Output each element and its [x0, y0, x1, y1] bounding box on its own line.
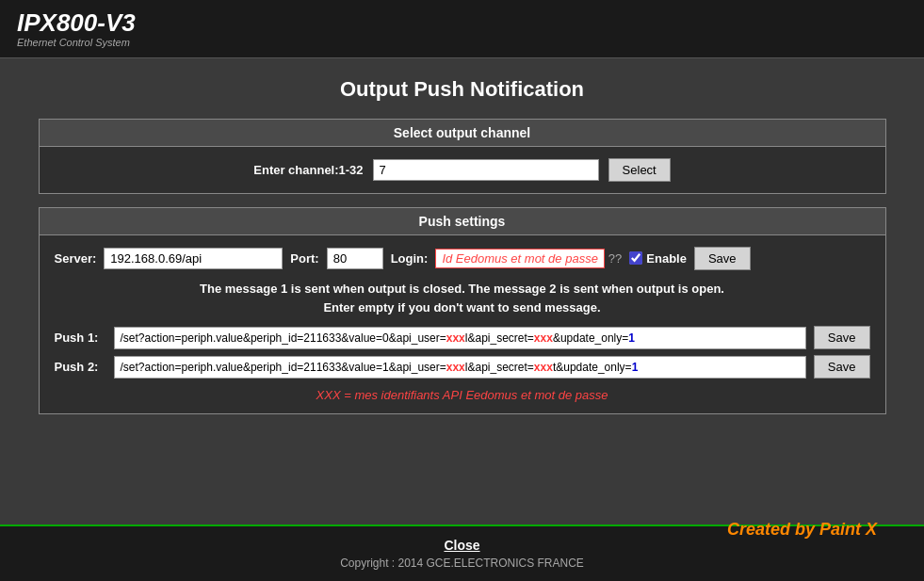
- enable-label[interactable]: Enable: [629, 251, 687, 266]
- enable-checkbox[interactable]: [629, 251, 642, 265]
- push1-input[interactable]: /set?action=periph.value&periph_id=21163…: [114, 327, 806, 349]
- enable-text: Enable: [646, 251, 687, 266]
- footer-credit: Created by Paint X: [727, 520, 877, 540]
- header: IPX800-V3 Ethernet Control System: [0, 0, 924, 58]
- app-title: IPX800-V3: [17, 9, 907, 37]
- push2-xxx2: xxx: [534, 361, 553, 374]
- footer: Close Created by Paint X Copyright : 201…: [0, 525, 924, 581]
- xxx-note: XXX = mes identifiants API Eedomus et mo…: [55, 388, 870, 402]
- info-line2: Enter empty if you don't want to send me…: [55, 299, 870, 318]
- push2-part3: t&update_only=: [553, 361, 632, 374]
- main-content: Output Push Notification Select output c…: [0, 58, 924, 525]
- push1-part1: /set?action=periph.value&periph_id=21163…: [121, 331, 446, 345]
- settings-row: Server: Port: Login: Id Eedomus et mot d…: [55, 247, 870, 270]
- push2-blue: 1: [632, 361, 639, 374]
- select-channel-panel-body: Enter channel:1-32 Select: [40, 147, 885, 193]
- push-settings-panel: Push settings Server: Port: Login: Id Ee…: [39, 207, 886, 415]
- channel-input[interactable]: [373, 159, 599, 181]
- push-settings-panel-header: Push settings: [40, 208, 885, 235]
- login-label: Login:: [391, 251, 429, 266]
- info-line1: The message 1 is sent when output is clo…: [55, 280, 870, 299]
- push1-blue: 1: [628, 331, 635, 345]
- settings-save-button[interactable]: Save: [694, 247, 751, 270]
- select-button[interactable]: Select: [608, 158, 671, 182]
- push1-part2: l&api_secret=: [465, 331, 534, 345]
- info-text: The message 1 is sent when output is clo…: [55, 280, 870, 319]
- push2-part2: l&api_secret=: [465, 361, 534, 374]
- push1-save-button[interactable]: Save: [814, 326, 870, 349]
- push2-label: Push 2:: [55, 360, 106, 374]
- channel-row: Enter channel:1-32 Select: [55, 158, 870, 182]
- port-label: Port:: [290, 251, 318, 266]
- select-channel-panel-header: Select output channel: [40, 120, 885, 147]
- push1-row: Push 1: /set?action=periph.value&periph_…: [55, 326, 870, 349]
- push2-save-button[interactable]: Save: [814, 355, 870, 379]
- login-placeholder-text[interactable]: Id Eedomus et mot de passe: [435, 249, 604, 268]
- push2-xxx1: xxx: [446, 361, 465, 374]
- push-settings-panel-body: Server: Port: Login: Id Eedomus et mot d…: [40, 235, 885, 414]
- push2-input[interactable]: /set?action=periph.value&periph_id=21163…: [114, 356, 806, 379]
- port-input[interactable]: [327, 248, 383, 269]
- push2-part1: /set?action=periph.value&periph_id=21163…: [121, 361, 446, 374]
- question-marks: ??: [608, 251, 622, 266]
- footer-copyright: Copyright : 2014 GCE.ELECTRONICS FRANCE: [340, 557, 584, 570]
- push2-row: Push 2: /set?action=periph.value&periph_…: [55, 355, 870, 379]
- app-subtitle: Ethernet Control System: [17, 37, 907, 48]
- server-input[interactable]: [104, 248, 283, 269]
- channel-label: Enter channel:1-32: [253, 163, 363, 177]
- login-wrapper: Id Eedomus et mot de passe ??: [435, 249, 622, 268]
- push1-part3: &update_only=: [553, 331, 628, 345]
- close-link[interactable]: Close: [444, 538, 479, 553]
- push1-xxx1: xxx: [446, 331, 465, 345]
- page-title: Output Push Notification: [340, 77, 584, 102]
- push1-xxx2: xxx: [534, 331, 553, 345]
- push1-label: Push 1:: [55, 331, 106, 345]
- footer-bottom: Close Created by Paint X: [19, 538, 905, 553]
- select-channel-panel: Select output channel Enter channel:1-32…: [39, 119, 886, 194]
- server-label: Server:: [55, 251, 97, 266]
